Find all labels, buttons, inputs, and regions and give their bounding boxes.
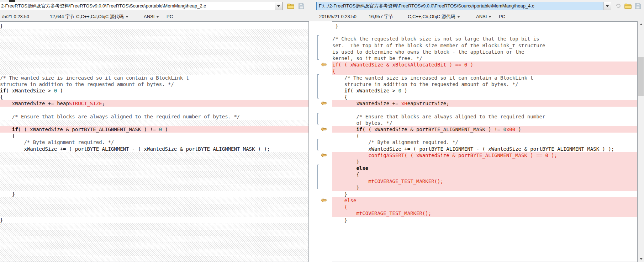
left-path-text: 2-FreeRTOS源码及官方参考资料\FreeRTOSv9.0.0\FreeR… bbox=[0, 3, 275, 9]
section-bracket bbox=[317, 165, 319, 189]
missing-lines-hatch bbox=[0, 29, 308, 36]
code-segment: if bbox=[356, 127, 362, 132]
right-save-button[interactable] bbox=[633, 2, 643, 10]
chevron-down-icon bbox=[157, 16, 159, 18]
left-format-dropdown[interactable]: C,C++,C#,ObjC 源代码 bbox=[76, 12, 128, 21]
code-segment: else bbox=[344, 198, 357, 203]
code-segment: 0 bbox=[54, 88, 57, 93]
path-toolbar: 2-FreeRTOS源码及官方参考资料\FreeRTOSv9.0.0\FreeR… bbox=[0, 0, 644, 12]
code-line: } bbox=[332, 217, 637, 223]
code-line: set. The top bit of the block size membe… bbox=[332, 42, 637, 49]
missing-lines-hatch bbox=[0, 242, 308, 249]
code-line bbox=[0, 107, 308, 113]
left-save-button[interactable] bbox=[297, 2, 306, 10]
left-path-combobox[interactable]: 2-FreeRTOS源码及官方参考资料\FreeRTOSv9.0.0\FreeR… bbox=[0, 2, 283, 10]
right-browse-folder-button[interactable] bbox=[623, 2, 633, 10]
code-segment: ( ( xWantedSize & portBYTE_ALIGNMENT_MAS… bbox=[18, 127, 159, 132]
file-compare-window: 2-FreeRTOS源码及官方参考资料\FreeRTOSv9.0.0\FreeR… bbox=[0, 0, 644, 262]
code-segment: xH bbox=[401, 101, 407, 106]
code-segment: { bbox=[332, 68, 335, 74]
right-code-pane[interactable]: }/* Check the requested block size is no… bbox=[332, 21, 638, 262]
code-line: } bbox=[332, 191, 637, 197]
code-line bbox=[332, 223, 637, 230]
code-line: /* Ensure that blocks are always aligned… bbox=[332, 113, 637, 120]
code-segment: else bbox=[356, 165, 368, 171]
code-segment: structure in addition to the requested a… bbox=[0, 81, 174, 87]
code-segment: /* The wanted size is increased so it ca… bbox=[0, 75, 189, 81]
code-segment: ) bbox=[515, 127, 521, 132]
missing-lines-hatch bbox=[0, 236, 308, 242]
missing-lines-hatch bbox=[0, 185, 308, 191]
left-format-label: C,C++,C#,ObjC 源代码 bbox=[76, 14, 124, 19]
undo-arrow-icon bbox=[615, 4, 621, 9]
code-segment: ) bbox=[57, 88, 63, 93]
code-segment: } bbox=[344, 217, 347, 223]
code-line: { bbox=[332, 204, 637, 210]
left-browse-folder-button[interactable] bbox=[286, 2, 295, 10]
code-segment: /* Check the requested block size is not… bbox=[332, 36, 539, 42]
code-line: if( ( xWantedSize & portBYTE_ALIGNMENT_M… bbox=[0, 126, 308, 133]
vertical-scrollbar[interactable] bbox=[638, 21, 644, 262]
code-segment: } bbox=[335, 23, 338, 29]
code-line: kernel, so it must be free. */ bbox=[332, 55, 637, 62]
scroll-down-button[interactable] bbox=[638, 256, 644, 262]
code-line: is used to determine who owns the block … bbox=[332, 49, 637, 55]
left-line-ending: PC bbox=[167, 12, 173, 21]
code-line: structure in addition to the requested a… bbox=[332, 81, 637, 87]
chevron-down-icon bbox=[458, 16, 460, 18]
code-segment: 0 bbox=[159, 127, 162, 132]
code-segment: if bbox=[0, 88, 6, 93]
code-line bbox=[332, 236, 637, 242]
code-segment: ( ( xWantedSize & portBYTE_ALIGNMENT_MAS… bbox=[362, 127, 503, 132]
code-segment: } bbox=[356, 159, 359, 165]
code-line: /* Ensure that blocks are always aligned… bbox=[0, 113, 308, 120]
right-encoding-dropdown[interactable]: ANSI bbox=[476, 12, 491, 21]
code-line: { bbox=[0, 133, 308, 139]
code-segment: structure in addition to the requested a… bbox=[344, 81, 518, 87]
code-segment: ( xWantedSize > bbox=[350, 88, 398, 93]
code-line: } bbox=[332, 23, 637, 29]
code-segment: } bbox=[0, 23, 3, 29]
section-bracket bbox=[317, 113, 319, 124]
code-line: configASSERT( ( xWantedSize & portBYTE_A… bbox=[332, 152, 637, 159]
right-encoding-label: ANSI bbox=[476, 14, 487, 19]
right-path-dropdown-button[interactable] bbox=[603, 2, 611, 10]
code-line bbox=[332, 242, 637, 249]
left-path-dropdown-button[interactable] bbox=[275, 2, 282, 10]
right-line-ending: PC bbox=[499, 12, 505, 21]
code-segment: } bbox=[12, 191, 15, 197]
code-segment: set. The top bit of the block size membe… bbox=[332, 43, 545, 48]
code-segment: xWantedSize += ( portBYTE_ALIGNMENT - ( … bbox=[368, 146, 614, 152]
scroll-up-button[interactable] bbox=[638, 21, 644, 27]
code-line: else bbox=[332, 197, 637, 204]
code-line: mtCOVERAGE_TEST_MARKER(); bbox=[332, 178, 637, 185]
code-segment: xWantedSize += heap bbox=[12, 101, 69, 106]
code-line: /* The wanted size is increased so it ca… bbox=[0, 75, 308, 81]
code-line bbox=[332, 107, 637, 113]
code-line bbox=[332, 29, 637, 36]
chevron-down-icon bbox=[606, 5, 609, 7]
code-line bbox=[332, 230, 637, 236]
code-segment: xWantedSize += ( portBYTE_ALIGNMENT - ( … bbox=[24, 146, 270, 152]
left-code-pane[interactable]: }/* The wanted size is increased so it c… bbox=[0, 21, 309, 262]
scrollbar-thumb[interactable] bbox=[638, 57, 644, 96]
code-line: if( ( xWantedSize & portBYTE_ALIGNMENT_M… bbox=[332, 126, 637, 133]
section-bracket bbox=[317, 139, 319, 150]
left-encoding-dropdown[interactable]: ANSI bbox=[144, 12, 159, 21]
right-path-combobox[interactable]: F:\...\2-FreeRTOS源码及官方参考资料\FreeRTOSv9.0.… bbox=[316, 2, 611, 10]
right-format-dropdown[interactable]: C,C++,C#,ObjC 源代码 bbox=[408, 12, 460, 21]
diff-arrow-icon bbox=[321, 126, 327, 132]
code-segment: { bbox=[344, 204, 347, 210]
code-line: xWantedSize += xHeapStructSize; bbox=[332, 100, 637, 107]
code-segment: STRUCT_SIZE bbox=[69, 101, 102, 106]
right-path-text: F:\...\2-FreeRTOS源码及官方参考资料\FreeRTOSv9.0.… bbox=[317, 3, 603, 9]
code-line: xWantedSize += heapSTRUCT_SIZE; bbox=[0, 100, 308, 107]
code-segment: ) bbox=[401, 88, 407, 93]
code-segment: ) bbox=[162, 127, 168, 132]
right-undo-button[interactable] bbox=[613, 2, 623, 10]
missing-lines-hatch bbox=[0, 249, 308, 256]
code-segment: } bbox=[356, 185, 359, 191]
right-file-size: 16,957 字节 bbox=[369, 12, 393, 21]
code-segment: 0 bbox=[398, 88, 401, 93]
code-segment: /* Ensure that blocks are always aligned… bbox=[356, 114, 545, 119]
